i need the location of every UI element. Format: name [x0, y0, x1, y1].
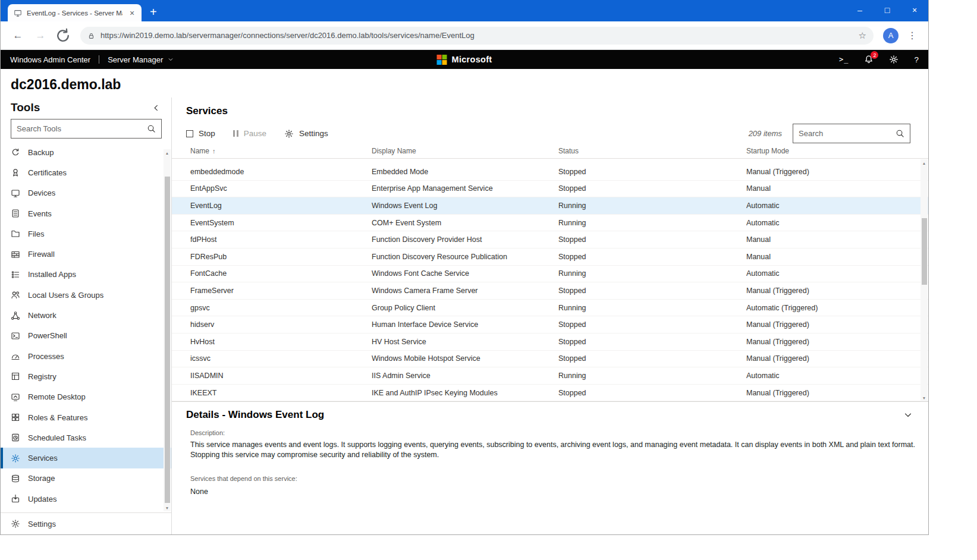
scroll-down-icon[interactable]: ▼: [164, 504, 171, 511]
sidebar-item-firewall[interactable]: Firewall: [1, 244, 171, 264]
sidebar-item-processes[interactable]: Processes: [1, 346, 171, 366]
sidebar-item-certificates[interactable]: Certificates: [1, 162, 171, 183]
stop-button[interactable]: Stop: [186, 129, 215, 138]
sidebar-item-label: Scheduled Tasks: [28, 433, 86, 442]
maximize-button[interactable]: □: [874, 0, 901, 20]
table-row-ikeext[interactable]: IKEEXTIKE and AuthIP IPsec Keying Module…: [172, 385, 928, 402]
browser-tab[interactable]: EventLog - Services - Server Man ×: [8, 4, 142, 21]
cell-startup-mode: Manual: [746, 235, 928, 244]
table-row-hidserv[interactable]: hidservHuman Interface Device ServiceSto…: [172, 316, 928, 334]
scroll-down-icon[interactable]: ▼: [921, 394, 928, 401]
cell-startup-mode: Manual (Triggered): [746, 389, 928, 397]
lock-icon: [87, 32, 95, 39]
sidebar-item-network[interactable]: Network: [1, 305, 171, 325]
sidebar-scrollbar[interactable]: ▲ ▼: [164, 149, 171, 511]
column-header-status[interactable]: Status: [558, 147, 746, 155]
new-tab-button[interactable]: +: [150, 6, 157, 18]
sidebar-item-files[interactable]: Files: [1, 224, 171, 244]
services-search-input[interactable]: [799, 129, 892, 138]
sidebar-item-updates[interactable]: Updates: [1, 489, 171, 509]
pause-icon: [233, 130, 238, 137]
table-scrollbar-thumb[interactable]: [922, 218, 927, 285]
services-search-box[interactable]: [793, 124, 910, 143]
cell-status: Stopped: [558, 320, 746, 329]
sidebar-item-storage[interactable]: Storage: [1, 468, 171, 489]
sidebar-item-label: Settings: [28, 520, 56, 528]
sidebar-item-roles-features[interactable]: Roles & Features: [1, 407, 171, 427]
service-settings-button[interactable]: Settings: [284, 129, 328, 139]
solution-label: Server Manager: [108, 55, 163, 64]
sidebar-item-events[interactable]: Events: [1, 203, 171, 224]
table-row-eventlog[interactable]: EventLogWindows Event LogRunningAutomati…: [172, 197, 928, 215]
reload-button[interactable]: [55, 27, 71, 44]
cell-startup-mode: Manual (Triggered): [746, 287, 928, 295]
back-button[interactable]: ←: [10, 27, 26, 44]
sidebar-item-registry[interactable]: Registry: [1, 366, 171, 386]
column-header-name[interactable]: Name ↑: [190, 147, 372, 155]
remote-desktop-icon: [11, 392, 20, 402]
table-row-frameserver[interactable]: FrameServerWindows Camera Frame ServerSt…: [172, 282, 928, 300]
minimize-button[interactable]: –: [846, 0, 874, 20]
table-row-embeddedmode[interactable]: embeddedmodeEmbedded ModeStoppedManual (…: [172, 163, 928, 181]
column-header-startup-mode[interactable]: Startup Mode: [746, 147, 928, 155]
tab-close-icon[interactable]: ×: [127, 8, 137, 18]
cell-status: Stopped: [558, 253, 746, 261]
sidebar-item-backup[interactable]: Backup: [1, 142, 171, 162]
powershell-console-icon[interactable]: >_: [839, 55, 849, 64]
cell-display-name: IIS Admin Service: [372, 372, 558, 380]
sidebar-item-label: Storage: [28, 474, 55, 483]
sidebar-item-remote-desktop[interactable]: Remote Desktop: [1, 387, 171, 407]
forward-button[interactable]: →: [32, 27, 49, 44]
tools-search-input[interactable]: [17, 124, 143, 133]
items-count: 209 items: [749, 129, 782, 138]
table-row-fontcache[interactable]: FontCacheWindows Font Cache ServiceRunni…: [172, 266, 928, 283]
sidebar-item-label: Certificates: [28, 168, 67, 177]
sidebar-item-local-users-groups[interactable]: Local Users & Groups: [1, 285, 171, 305]
tools-search-box[interactable]: [11, 119, 162, 139]
collapse-details-icon[interactable]: [903, 410, 913, 420]
cell-startup-mode: Manual (Triggered): [746, 338, 928, 346]
table-row-fdphost[interactable]: fdPHostFunction Discovery Provider HostS…: [172, 231, 928, 248]
storage-icon: [11, 474, 20, 483]
sidebar-item-powershell[interactable]: PowerShell: [1, 326, 171, 346]
cell-status: Running: [558, 219, 746, 227]
pause-button[interactable]: Pause: [233, 129, 266, 138]
sidebar-scrollbar-thumb[interactable]: [165, 177, 170, 503]
profile-avatar[interactable]: A: [883, 28, 899, 43]
table-scrollbar[interactable]: ▲ ▼: [921, 159, 928, 401]
scroll-up-icon[interactable]: ▲: [164, 149, 171, 156]
events-icon: [11, 209, 20, 218]
help-icon[interactable]: ?: [914, 55, 919, 64]
table-row-hvhost[interactable]: HvHostHV Host ServiceStoppedManual (Trig…: [172, 334, 928, 351]
cell-display-name: Enterprise App Management Service: [372, 184, 558, 193]
table-row-entappsvc[interactable]: EntAppSvcEnterprise App Management Servi…: [172, 181, 928, 198]
sidebar-item-installed-apps[interactable]: Installed Apps: [1, 265, 171, 285]
registry-icon: [11, 372, 20, 381]
cell-display-name: Windows Mobile Hotspot Service: [372, 354, 558, 363]
table-row-eventsystem[interactable]: EventSystemCOM+ Event SystemRunningAutom…: [172, 215, 928, 232]
sidebar-item-services[interactable]: Services: [1, 448, 171, 468]
table-row-icssvc[interactable]: icssvcWindows Mobile Hotspot ServiceStop…: [172, 351, 928, 368]
table-row-fdrespub[interactable]: FDResPubFunction Discovery Resource Publ…: [172, 248, 928, 266]
column-header-display-name[interactable]: Display Name: [372, 147, 558, 155]
solution-menu[interactable]: Server Manager: [108, 55, 174, 64]
column-label: Name: [190, 147, 209, 155]
cell-name: FDResPub: [190, 253, 372, 261]
close-button[interactable]: ×: [901, 0, 928, 20]
sidebar-item-devices[interactable]: Devices: [1, 183, 171, 203]
browser-menu-icon[interactable]: ⋮: [907, 30, 917, 41]
table-row-gpsvc[interactable]: gpsvcGroup Policy ClientRunningAutomatic…: [172, 300, 928, 317]
sidebar-item-label: PowerShell: [28, 331, 67, 340]
wac-product-title[interactable]: Windows Admin Center: [10, 55, 90, 64]
wac-settings-gear-icon[interactable]: [889, 55, 899, 64]
address-bar[interactable]: https://win2019.demo.lab/servermanager/c…: [80, 27, 874, 45]
table-row-iisadmin[interactable]: IISADMINIIS Admin ServiceRunningAutomati…: [172, 367, 928, 385]
collapse-sidebar-icon[interactable]: [152, 103, 161, 112]
sidebar-item-settings[interactable]: Settings: [1, 513, 171, 534]
bookmark-star-icon[interactable]: ☆: [859, 30, 866, 41]
sidebar-item-scheduled-tasks[interactable]: Scheduled Tasks: [1, 427, 171, 448]
cell-status: Stopped: [558, 287, 746, 295]
notifications-button[interactable]: 2: [864, 55, 874, 64]
table-header: Name ↑ Display Name Status Startup Mode: [172, 143, 928, 159]
scroll-up-icon[interactable]: ▲: [921, 159, 928, 166]
